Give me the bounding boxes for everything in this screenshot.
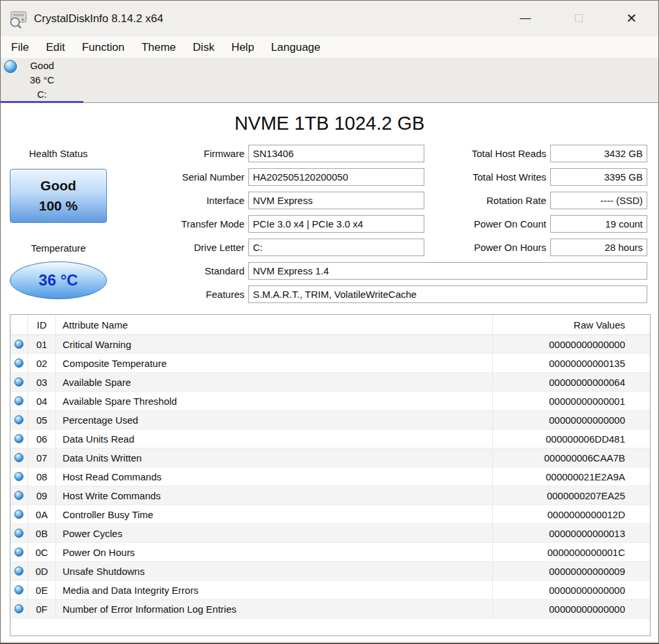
attribute-raw-value: 00000000000000 xyxy=(492,335,650,353)
attribute-name: Controller Busy Time xyxy=(56,505,492,523)
field-row: Total Host Reads 3432 GB xyxy=(424,145,651,162)
field-value-box[interactable]: SN13406 xyxy=(248,145,424,162)
field-value-box[interactable]: 19 count xyxy=(550,215,647,233)
disk-tab-letter: C: xyxy=(1,89,83,100)
smart-table-row: 08 Host Read Commands 000000021E2A9A xyxy=(10,467,650,486)
menu-item[interactable]: Disk xyxy=(184,37,223,58)
disk-selector-bar: Good 36 °C C: xyxy=(1,58,658,103)
field-value-box[interactable]: NVM Express 1.4 xyxy=(248,262,647,280)
disk-tab-c[interactable]: Good 36 °C C: xyxy=(1,58,83,102)
field-value-box[interactable]: C: xyxy=(248,239,424,256)
row-status-cell xyxy=(10,411,28,429)
row-status-cell xyxy=(10,373,28,391)
field-value-box[interactable]: S.M.A.R.T., TRIM, VolatileWriteCache xyxy=(248,285,647,303)
field-label: Total Host Writes xyxy=(424,171,550,183)
attribute-raw-value: 0000000000012D xyxy=(492,505,650,523)
attribute-raw-value: 00000000000135 xyxy=(492,354,650,372)
menu-item[interactable]: Help xyxy=(223,37,263,58)
field-value-box[interactable]: PCIe 3.0 x4 | PCIe 3.0 x4 xyxy=(248,215,424,233)
window-title: CrystalDiskInfo 8.14.2 x64 xyxy=(34,12,163,25)
attribute-name: Power On Hours xyxy=(56,543,492,561)
close-button[interactable]: ✕ xyxy=(617,6,646,31)
row-status-cell xyxy=(10,524,28,542)
attribute-name: Percentage Used xyxy=(56,411,492,429)
field-value-box[interactable]: 28 hours xyxy=(550,239,647,256)
attribute-id: 09 xyxy=(28,486,56,505)
row-status-cell xyxy=(10,505,28,523)
field-label: Drive Letter xyxy=(10,242,248,253)
attribute-raw-value: 000000006CAA7B xyxy=(492,448,650,467)
attribute-name: Data Units Read xyxy=(56,430,492,448)
field-label: Interface xyxy=(10,195,248,206)
smart-table-row: 06 Data Units Read 000000006DD481 xyxy=(10,430,650,448)
menu-item-label: Function xyxy=(82,41,124,54)
attribute-raw-value: 00000000000000 xyxy=(492,600,650,618)
status-good-orb-icon xyxy=(14,472,23,481)
attribute-raw-value: 00000000000009 xyxy=(492,562,650,580)
field-row: Power On Count 19 count xyxy=(424,215,651,233)
smart-table-row: 0E Media and Data Integrity Errors 00000… xyxy=(10,581,650,600)
field-value-box[interactable]: 3395 GB xyxy=(550,168,647,186)
field-label: Power On Count xyxy=(424,218,550,229)
row-status-cell xyxy=(10,581,28,599)
attribute-id: 08 xyxy=(28,467,56,486)
field-label: Transfer Mode xyxy=(10,218,248,229)
field-label: Features xyxy=(10,289,248,300)
attribute-name: Media and Data Integrity Errors xyxy=(56,581,492,599)
attribute-raw-value: 000000006DD481 xyxy=(492,430,650,448)
attribute-raw-value: 00000000000000 xyxy=(492,581,650,599)
status-good-orb-icon xyxy=(14,548,23,557)
titlebar: CrystalDiskInfo 8.14.2 x64 — ✕ xyxy=(1,1,658,37)
crystaldiskinfo-window: CrystalDiskInfo 8.14.2 x64 — ✕ File Edit… xyxy=(0,0,659,644)
attribute-id: 02 xyxy=(28,354,56,372)
field-label: Power On Hours xyxy=(424,242,550,253)
drive-title: NVME 1TB 1024.2 GB xyxy=(1,113,658,134)
menu-item[interactable]: Theme xyxy=(133,37,184,58)
smart-table-row: 0C Power On Hours 0000000000001C xyxy=(10,543,650,562)
menu-item-label: Disk xyxy=(193,41,214,54)
attribute-id: 06 xyxy=(28,430,56,448)
field-value-box[interactable]: NVM Express xyxy=(248,192,424,209)
status-good-orb-icon xyxy=(14,434,23,443)
row-status-cell xyxy=(10,543,28,561)
attribute-id: 07 xyxy=(28,448,56,467)
smart-table-row: 09 Host Write Commands 0000000207EA25 xyxy=(10,486,650,505)
attribute-raw-value: 0000000207EA25 xyxy=(492,486,650,505)
attribute-name: Available Spare Threshold xyxy=(56,392,492,410)
row-status-cell xyxy=(10,448,28,467)
attribute-name: Number of Error Information Log Entries xyxy=(56,600,492,618)
field-row: Rotation Rate ---- (SSD) xyxy=(424,192,651,209)
attribute-id: 01 xyxy=(28,335,56,353)
menu-item[interactable]: File xyxy=(3,37,37,58)
menu-item[interactable]: Language xyxy=(263,37,329,58)
header-attribute-name: Attribute Name xyxy=(56,315,492,334)
minimize-button[interactable]: — xyxy=(511,6,540,31)
menu-item-label: Theme xyxy=(141,41,176,54)
status-good-orb-icon xyxy=(14,453,23,462)
row-status-cell xyxy=(10,562,28,580)
attribute-raw-value: 0000000000001C xyxy=(492,543,650,561)
smart-table-row: 05 Percentage Used 00000000000000 xyxy=(10,411,650,430)
status-good-orb-icon xyxy=(14,340,23,349)
attribute-name: Data Units Written xyxy=(56,448,492,467)
smart-table-row: 03 Available Spare 00000000000064 xyxy=(10,373,650,392)
menu-item[interactable]: Function xyxy=(74,37,133,58)
attribute-id: 0D xyxy=(28,562,56,580)
field-value-box[interactable]: ---- (SSD) xyxy=(550,192,647,209)
maximize-button[interactable] xyxy=(564,6,593,31)
menu-item[interactable]: Edit xyxy=(37,37,73,58)
attribute-raw-value: 00000000000000 xyxy=(492,411,650,429)
row-status-cell xyxy=(10,600,28,618)
row-status-cell xyxy=(10,335,28,353)
attribute-raw-value: 00000000000013 xyxy=(492,524,650,542)
smart-table-row: 0F Number of Error Information Log Entri… xyxy=(10,600,650,619)
menu-item-label: Help xyxy=(231,41,254,54)
attribute-name: Unsafe Shutdowns xyxy=(56,562,492,580)
field-value-box[interactable]: 3432 GB xyxy=(550,145,647,162)
status-good-orb-icon xyxy=(14,377,23,387)
field-value-box[interactable]: HA202505120200050 xyxy=(248,168,424,186)
attribute-id: 0A xyxy=(28,505,56,523)
field-row: Standard NVM Express 1.4 xyxy=(10,262,651,280)
field-row: Total Host Writes 3395 GB xyxy=(424,168,651,186)
disk-tab-status: Good xyxy=(1,60,83,71)
